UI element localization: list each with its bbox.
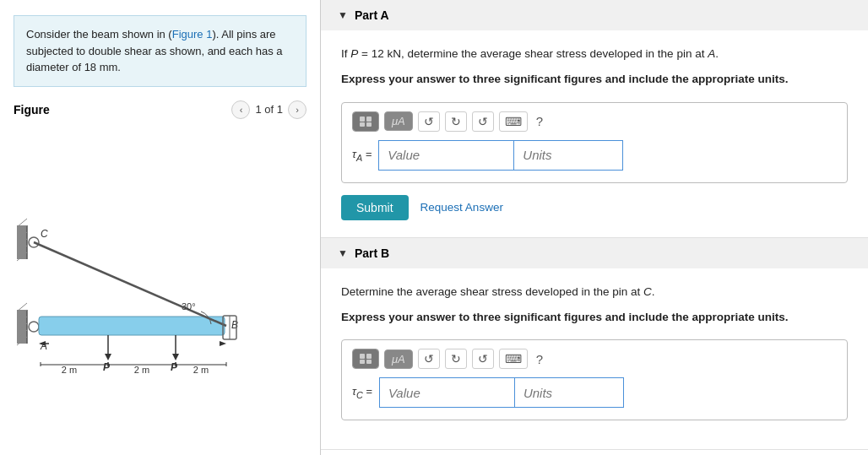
force-label-2: P (171, 361, 178, 373)
svg-rect-26 (360, 122, 365, 127)
part-b-problem-text: Determine the average shear stress devel… (341, 284, 848, 301)
part-b-matrix-btn[interactable] (353, 349, 378, 368)
figure-image-area: A 2 m 2 m 2 m C (0, 126, 320, 456)
part-a-request-link[interactable]: Request Answer (420, 201, 503, 214)
part-b-mu-btn[interactable]: μA (384, 349, 413, 369)
figure-label: Figure (14, 103, 50, 116)
part-b-eq-label: τC = (352, 385, 372, 400)
figure-link[interactable]: Figure 1 (172, 28, 213, 41)
part-b-units-input[interactable] (514, 377, 624, 408)
part-a-toolbar: μA ↺ ↻ ↺ ⌨ ? (352, 111, 837, 132)
label-b: B (231, 319, 238, 331)
part-a-section: ▼ Part A If P = 12 kN, determine the ave… (321, 0, 868, 238)
dim-label-1: 2 m (61, 365, 76, 375)
part-a-instruction: Express your answer to three significant… (341, 71, 848, 88)
part-a-body: If P = 12 kN, determine the average shea… (321, 30, 868, 237)
part-b-body: Determine the average shear stress devel… (321, 268, 868, 450)
figure-nav: ‹ 1 of 1 › (231, 100, 307, 119)
part-a-answer-box: μA ↺ ↻ ↺ ⌨ ? τA = (341, 102, 848, 183)
part-a-value-input[interactable] (378, 140, 513, 171)
left-panel: Consider the beam shown in (Figure 1). A… (0, 0, 321, 455)
part-a-arrow: ▼ (338, 9, 348, 21)
nav-page: 1 of 1 (255, 103, 283, 116)
beam (39, 317, 225, 335)
force-arrow-2 (172, 354, 179, 360)
label-c: C (41, 228, 48, 240)
part-a-submit-button[interactable]: Submit (341, 195, 409, 220)
force-label-1: P (103, 361, 111, 373)
part-b-title: Part B (355, 246, 389, 260)
part-a-refresh-btn[interactable]: ↺ (472, 111, 494, 132)
right-panel: ▼ Part A If P = 12 kN, determine the ave… (321, 0, 868, 455)
part-a-undo-btn[interactable]: ↺ (418, 111, 440, 132)
diagonal-rod (34, 242, 226, 326)
part-b-help-btn[interactable]: ? (533, 352, 546, 366)
part-b-undo-btn[interactable]: ↺ (418, 349, 440, 369)
svg-rect-31 (366, 360, 372, 364)
part-a-units-input[interactable] (513, 140, 623, 171)
beam-diagram: A 2 m 2 m 2 m C (17, 185, 304, 387)
pin-bottom-a (29, 322, 39, 332)
svg-rect-30 (360, 360, 365, 364)
svg-rect-28 (360, 354, 365, 359)
part-b-refresh-btn[interactable]: ↺ (472, 349, 494, 369)
part-a-help-btn[interactable]: ? (533, 114, 546, 128)
part-a-eq-label: τA = (352, 148, 372, 163)
dim-label-2: 2 m (133, 365, 149, 375)
part-a-title: Part A (355, 8, 389, 22)
svg-rect-27 (366, 122, 372, 127)
part-b-arrow: ▼ (338, 247, 348, 259)
svg-rect-25 (366, 116, 372, 122)
angle-label: 30° (182, 301, 196, 311)
prev-nav-button[interactable]: ‹ (231, 100, 250, 119)
problem-statement: Consider the beam shown in (Figure 1). A… (14, 15, 307, 87)
part-a-input-row: τA = (352, 140, 837, 171)
figure-header: Figure ‹ 1 of 1 › (0, 97, 320, 126)
part-a-mu-btn[interactable]: μA (384, 111, 413, 131)
part-b-input-row: τC = (352, 377, 837, 408)
part-b-redo-btn[interactable]: ↻ (445, 349, 467, 369)
problem-text-prefix: Consider the beam shown in ( (26, 28, 172, 41)
svg-rect-29 (366, 354, 372, 359)
part-b-matrix-btn-group (352, 349, 379, 369)
part-b-header[interactable]: ▼ Part B (321, 238, 868, 268)
part-a-problem-text: If P = 12 kN, determine the average shea… (341, 46, 848, 62)
part-a-keyboard-btn[interactable]: ⌨ (499, 111, 528, 132)
arrow-end (220, 341, 226, 346)
part-b-toolbar: μA ↺ ↻ ↺ ⌨ ? (352, 349, 837, 369)
part-a-redo-btn[interactable]: ↻ (445, 111, 467, 132)
part-b-section: ▼ Part B Determine the average shear str… (321, 238, 868, 451)
part-b-answer-box: μA ↺ ↻ ↺ ⌨ ? τC = (341, 339, 848, 420)
part-b-value-input[interactable] (379, 377, 514, 408)
force-arrow-1 (105, 354, 111, 360)
dim-label-3: 2 m (193, 365, 208, 375)
part-a-matrix-btn-group (352, 111, 379, 132)
part-b-keyboard-btn[interactable]: ⌨ (499, 349, 528, 369)
svg-rect-24 (360, 116, 365, 122)
part-a-action-row: Submit Request Answer (341, 195, 848, 220)
part-a-header[interactable]: ▼ Part A (321, 0, 868, 30)
next-nav-button[interactable]: › (288, 100, 307, 119)
part-b-instruction: Express your answer to three significant… (341, 309, 848, 326)
part-a-matrix-btn[interactable] (353, 112, 378, 131)
